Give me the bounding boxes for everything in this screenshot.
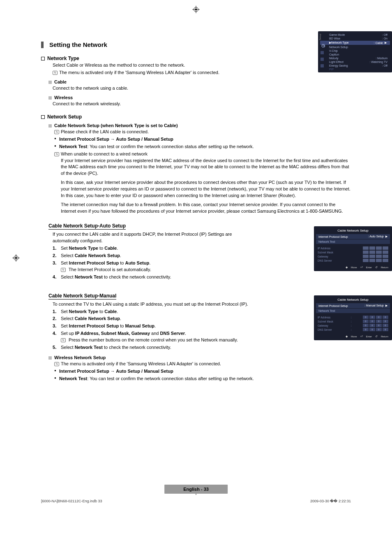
- subheading-manual-setup: Cable Network Setup-Manual: [48, 293, 116, 300]
- section-title: Setting the Network: [49, 41, 107, 48]
- heading-network-type: Network Type: [41, 56, 259, 61]
- list-item: Set Network Type to Cable.: [53, 309, 259, 315]
- diamond-icon: ◆: [346, 266, 348, 269]
- list-item: Select Cable Network Setup.: [53, 316, 259, 322]
- list-item: Network Test: You can test or confirm th…: [54, 376, 351, 382]
- note-icon: N: [54, 362, 59, 366]
- enter-icon: ⏎: [360, 266, 363, 269]
- list-item: Internet Protocol Setup → Auto Setup / M…: [54, 136, 259, 143]
- heading-network-setup: Network Setup: [41, 114, 259, 120]
- list-item: Network Test: You can test or confirm th…: [54, 144, 259, 150]
- note-icon: N: [53, 71, 58, 75]
- note-icon: N: [61, 338, 66, 342]
- enter-icon: ⏎: [360, 335, 363, 338]
- square-bullet-gray-icon: [48, 356, 52, 360]
- osd-selected-row: ▶Network Type: Cable▶: [320, 41, 390, 45]
- heading-wireless: Wireless: [41, 95, 259, 100]
- subheading-auto-setup: Cable Network Setup-Auto Setup: [48, 223, 126, 230]
- note-icon: N: [61, 268, 66, 272]
- list-item: Set up IP Address, Subnet Mask, Gateway …: [53, 330, 351, 344]
- heading-wireless-network-setup: Wireless Network Setup: [41, 355, 351, 360]
- list-item: Select Cable Network Setup.: [53, 253, 259, 259]
- body-text: Select Cable or Wireless as the method t…: [41, 62, 259, 69]
- note-icon: N: [54, 130, 59, 134]
- paragraph: The internet connection may fail due to …: [41, 202, 351, 215]
- numbered-list: Set Network Type to Cable. Select Cable …: [41, 309, 259, 330]
- osd-setup-menu: Setup Game Mode: Off BD Wise: On ▶Networ…: [318, 31, 392, 72]
- bullet-list: Internet Protocol Setup → Auto Setup / M…: [41, 368, 351, 382]
- square-bullet-icon: [41, 115, 45, 119]
- paragraph: In this case, ask your Internet service …: [41, 179, 351, 199]
- title-accent-bar: [41, 42, 44, 48]
- footer-left: [6000-NA]BN68-02112C-Eng.indb 33: [41, 499, 102, 503]
- note-row: NThe menu is activated only if the 'Sams…: [41, 70, 259, 76]
- footer-right: 2009-03-30 �� 2:22:31: [310, 499, 351, 503]
- list-item: Set Internet Protocol Setup to Auto Setu…: [53, 260, 259, 273]
- square-bullet-gray-icon: [48, 96, 52, 100]
- numbered-list: Set Network Type to Cable. Select Cable …: [41, 245, 259, 281]
- list-item: Select Network Test to check the network…: [53, 344, 351, 351]
- square-bullet-gray-icon: [48, 124, 52, 128]
- list-item: Set Network Type to Cable.: [53, 245, 259, 252]
- list-item: Select Network Test to check the network…: [53, 274, 259, 281]
- square-bullet-gray-icon: [48, 81, 52, 84]
- arrow-right-icon: ▶: [385, 235, 387, 238]
- footer: [6000-NA]BN68-02112C-Eng.indb 33 2009-03…: [41, 499, 351, 503]
- return-icon: ↺: [375, 335, 378, 338]
- gear-icon: [321, 44, 325, 49]
- note-icon: N: [54, 152, 59, 156]
- list-item: Internet Protocol Setup → Auto Setup / M…: [54, 368, 351, 375]
- heading-cable: Cable: [41, 79, 259, 84]
- heading-cable-network-setup: Cable Network Setup (when Network Type i…: [41, 123, 259, 128]
- list-item: Set Internet Protocol Setup to Manual Se…: [53, 323, 259, 330]
- square-bullet-icon: [41, 57, 45, 60]
- osd-cable-auto: Cable Network Setup Internet Protocol Se…: [314, 226, 392, 271]
- bullet-list: Internet Protocol Setup → Auto Setup / M…: [41, 136, 259, 150]
- return-icon: ↺: [375, 266, 378, 269]
- page-number-badge: English - 33: [164, 485, 228, 494]
- paragraph: If your Internet service provider has re…: [41, 158, 351, 177]
- arrow-right-icon: ▶: [385, 304, 387, 307]
- section-title-bar: Setting the Network: [41, 41, 351, 48]
- arrow-right-icon: ▶: [385, 41, 387, 44]
